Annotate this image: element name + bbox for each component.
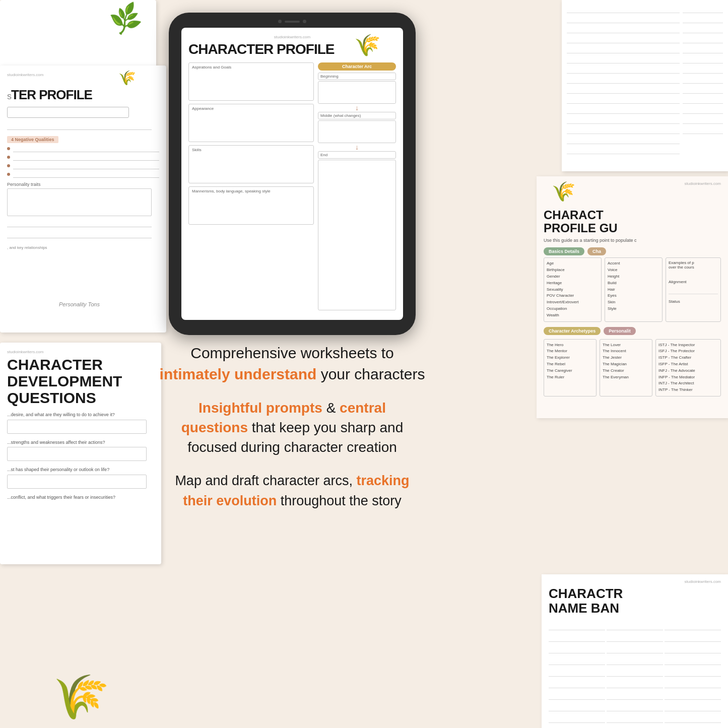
rt-line — [567, 55, 680, 63]
rt-line — [567, 106, 680, 114]
arch-item-innocent: The Innocent — [603, 348, 649, 355]
aspirations-label: Aspirations and Goals — [192, 65, 310, 70]
left-mid-site-url: studioinkwriters.com — [7, 73, 159, 77]
rg-table-header-1: Basics Details Cha — [544, 247, 721, 255]
arch-item-lover: The Lover — [603, 342, 649, 349]
rt-line — [567, 65, 680, 74]
arc-badge: Character Arc — [318, 62, 396, 71]
rbn-cell — [665, 667, 721, 677]
personality-area — [7, 188, 152, 216]
rt-line — [567, 76, 680, 84]
tagline-2-highlight2: central — [340, 400, 386, 416]
tablet-screen: 🌾 studioinkwriters.com CHARACTER PROFILE… — [181, 28, 403, 320]
relations-text: , and key relationships — [7, 245, 159, 250]
rbn-cell — [665, 632, 721, 642]
right-guide-paper: studioinkwriters.com 🌾 CHARACT PROFILE G… — [537, 176, 728, 418]
middle-content — [318, 120, 396, 143]
rt-short-line — [683, 86, 723, 94]
question-1: ...desire, and what are they willing to … — [7, 412, 154, 418]
bullet-line — [13, 145, 159, 152]
tagline-1: Comprehensive worksheets to intimately u… — [136, 343, 448, 385]
basics-item-pov: POV Character — [547, 293, 599, 299]
skills-content — [192, 153, 310, 181]
basics-item-build: Build — [608, 280, 659, 287]
tablet-dot-2 — [303, 20, 306, 23]
bullet-row-3 — [7, 162, 159, 169]
rt-short-line — [683, 106, 723, 114]
rbn-cell — [607, 655, 663, 665]
archetypes-section: Character Archetypes Personalit The Hero… — [544, 327, 721, 396]
arch-item-everyman: The Everyman — [603, 374, 649, 381]
pers-istp: ISTP - The Crafter — [658, 355, 718, 361]
personality-label: Personality traits — [7, 182, 159, 187]
tagline-3-highlight2: their evolution — [183, 493, 277, 508]
basics-col-1: Age Birthplace Gender Heritage Sexuality… — [544, 257, 602, 321]
dev-title-3: QUESTIONS — [7, 389, 154, 406]
center-text-section: Comprehensive worksheets to intimately u… — [136, 343, 448, 511]
basics-item-birthplace: Birthplace — [547, 267, 599, 274]
tagline-2-part3: that keep you sharp and — [252, 420, 403, 435]
bottom-gold-leaf-icon: 🌾 — [46, 666, 111, 727]
basics-item-age: Age — [547, 260, 599, 267]
personality-col: ISTJ - The Inspector ISFJ - The Protecto… — [655, 339, 721, 396]
rbn-cell — [549, 655, 605, 665]
left-mid-title: sTER PROFILE — [7, 87, 159, 103]
pers-infj: INFJ - The Advocate — [658, 368, 718, 374]
tablet-left-col: Aspirations and Goals Appearance Skills … — [188, 62, 314, 310]
basics-item-style: Style — [608, 306, 659, 312]
basics-alignment: Alignment — [669, 280, 718, 284]
arch-item-jester: The Jester — [603, 355, 649, 361]
right-top-right-lines — [683, 5, 723, 156]
rbn-cell — [665, 713, 721, 723]
end-content — [318, 160, 396, 310]
end-label: End — [318, 151, 396, 159]
tagline-2-part4: focused during character creation — [187, 439, 397, 455]
rt-line — [567, 35, 680, 43]
basics-col3-sub: over the cours — [669, 265, 718, 270]
pers-infp: INFP - The Mediator — [658, 374, 718, 381]
rg-basics-table: Age Birthplace Gender Heritage Sexuality… — [544, 257, 721, 321]
tagline-3-highlight1: tracking — [357, 473, 410, 488]
tagline-3-part1: Map and draft character arcs, — [175, 473, 353, 488]
rbn-cell — [607, 643, 663, 653]
rg-table-header-2: Character Archetypes Personalit — [544, 327, 721, 337]
rt-line — [567, 96, 680, 104]
arch-item-magician: The Magician — [603, 361, 649, 368]
appearance-label: Appearance — [192, 106, 310, 111]
basics-item-eyes: Eyes — [608, 293, 659, 299]
basics-item-heritage: Heritage — [547, 280, 599, 287]
rbn-cell — [607, 713, 663, 723]
mannerisms-cell: Mannerisms, body language, speaking styl… — [188, 186, 314, 225]
rbn-cell — [665, 690, 721, 700]
tagline-3: Map and draft character arcs, tracking t… — [136, 471, 448, 511]
question-2: ...strengths and weaknesses affect their… — [7, 440, 154, 446]
tagline-2-highlight3: questions — [181, 420, 248, 435]
bottom-line-2 — [7, 230, 152, 238]
rt-short-line — [683, 25, 723, 33]
bottom-line — [7, 219, 152, 227]
archetypes-badge: Character Archetypes — [544, 327, 601, 335]
mannerisms-label: Mannerisms, body language, speaking styl… — [192, 189, 310, 193]
green-leaf-icon: 🌿 — [107, 1, 145, 37]
rbn-cell — [607, 678, 663, 688]
dev-title-1: CHARACTER — [7, 356, 154, 373]
arch-item-caregiver: The Caregiver — [547, 368, 593, 374]
rt-line — [567, 15, 680, 23]
personality-box: Personality traits — [7, 182, 159, 216]
aspirations-content — [192, 71, 310, 98]
pers-isfp: ISFP - The Artist — [658, 361, 718, 368]
arch-item-hero: The Hero — [547, 342, 593, 349]
appearance-cell: Appearance — [188, 104, 314, 142]
rt-short-line — [683, 55, 723, 63]
rt-short-line — [683, 96, 723, 104]
rbn-cell — [549, 713, 605, 723]
rt-short-line — [683, 45, 723, 53]
rbn-cell — [665, 643, 721, 653]
tablet-right-col: Character Arc Beginning ↓ Middle (what c… — [318, 62, 396, 310]
rbn-cell — [665, 620, 721, 630]
bullet-row-2 — [7, 154, 159, 161]
rbn-cell — [549, 667, 605, 677]
rg-title-1: CHARACT PROFILE GU — [544, 209, 721, 235]
basics-item-hair: Hair — [608, 287, 659, 293]
rbn-cell — [665, 655, 721, 665]
